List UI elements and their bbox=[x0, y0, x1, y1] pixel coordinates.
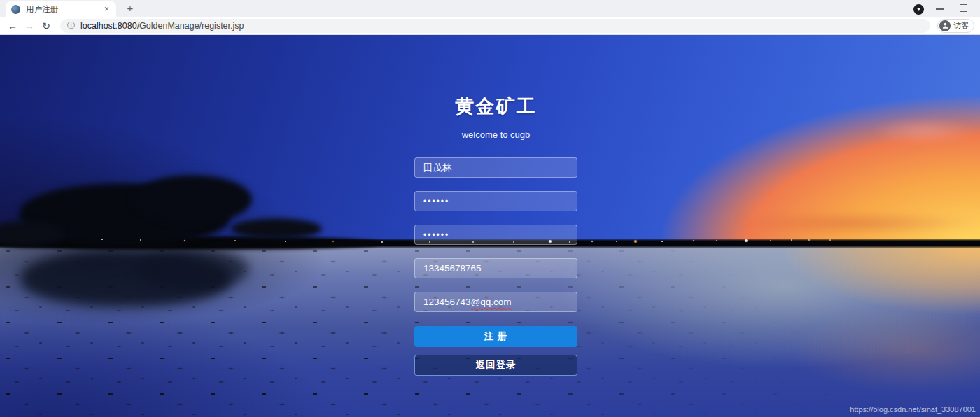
register-button[interactable]: 注 册 bbox=[414, 326, 578, 347]
browser-update-icon[interactable]: ▼ bbox=[913, 4, 924, 15]
forward-icon[interactable]: → bbox=[22, 17, 37, 35]
shoreline-lights bbox=[102, 239, 103, 240]
phone-input[interactable] bbox=[414, 258, 578, 278]
tree-silhouette bbox=[133, 175, 252, 224]
browser-toolbar: ← → ↻ ⓘ localhost:8080/GoldenManage/regi… bbox=[0, 17, 980, 35]
url-host: localhost:8080 bbox=[80, 21, 137, 31]
email-value: 123456743 bbox=[424, 297, 471, 307]
page-title: 黄金矿工 bbox=[414, 94, 578, 119]
new-tab-icon[interactable]: + bbox=[123, 1, 137, 15]
email-value-spellchecked: @qq.com bbox=[471, 297, 512, 307]
url-path: /GoldenManage/register.jsp bbox=[137, 21, 244, 31]
back-to-login-button[interactable]: 返回登录 bbox=[414, 355, 578, 376]
favicon-globe-icon bbox=[11, 5, 20, 14]
email-input[interactable]: 123456743@qq.com bbox=[414, 292, 578, 312]
address-bar[interactable]: ⓘ localhost:8080/GoldenManage/register.j… bbox=[60, 19, 930, 33]
url-text: localhost:8080/GoldenManage/register.jsp bbox=[80, 21, 244, 31]
bush-silhouette bbox=[231, 218, 322, 239]
reload-icon[interactable]: ↻ bbox=[38, 17, 54, 35]
register-page: 黄金矿工 welcome to cugb 123456743@qq.com 注 … bbox=[0, 35, 980, 417]
register-form: 黄金矿工 welcome to cugb 123456743@qq.com 注 … bbox=[414, 94, 578, 376]
password-input[interactable] bbox=[414, 191, 578, 211]
minimize-icon[interactable] bbox=[936, 8, 944, 10]
username-input[interactable] bbox=[414, 157, 578, 178]
tab-title: 用户注册 bbox=[26, 4, 103, 15]
tab-close-icon[interactable]: × bbox=[103, 4, 111, 14]
profile-chip[interactable]: 访客 bbox=[937, 19, 974, 33]
page-info-icon[interactable]: ⓘ bbox=[67, 20, 75, 31]
back-icon[interactable]: ← bbox=[5, 17, 20, 35]
maximize-icon[interactable] bbox=[960, 4, 967, 12]
page-subtitle: welcome to cugb bbox=[414, 129, 578, 140]
sunset-cloud-streak bbox=[728, 211, 980, 235]
tree-reflection bbox=[136, 248, 248, 290]
profile-label: 访客 bbox=[953, 20, 969, 31]
csdn-watermark: https://blog.csdn.net/sinat_33087001 bbox=[850, 405, 976, 414]
avatar-icon bbox=[939, 20, 951, 31]
browser-tab[interactable]: 用户注册 × bbox=[6, 1, 116, 17]
pink-cloud bbox=[872, 118, 976, 146]
browser-titlebar: 用户注册 × + ▼ bbox=[0, 0, 980, 17]
confirm-password-input[interactable] bbox=[414, 225, 578, 245]
